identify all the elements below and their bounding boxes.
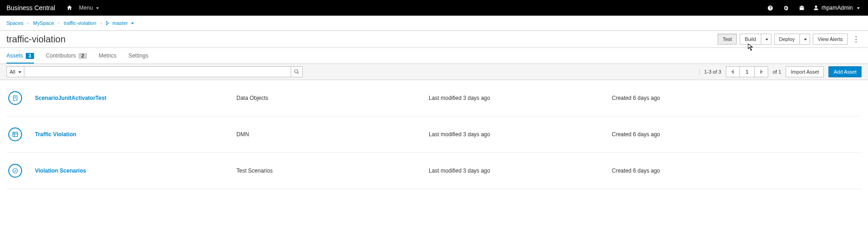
asset-created: Created 6 days ago [612,168,862,174]
asset-type: DMN [236,131,420,138]
brand[interactable]: Business Central [6,4,55,12]
breadcrumb-myspace[interactable]: MySpace [33,20,54,26]
page-actions: Test Build Deploy View Alerts ⋮ [718,34,862,45]
chevron-left-icon [731,69,735,74]
asset-row[interactable]: ScenarioJunitActivatorTest Data Objects … [6,80,862,116]
chevron-down-icon [95,5,99,11]
asset-filter-row: All 1-3 of 3 of 1 Import Asset Add Asset [0,64,868,80]
home-icon[interactable] [63,0,75,16]
asset-row[interactable]: Traffic Violation DMN Last modified 3 da… [6,116,862,153]
chevron-down-icon [130,20,134,26]
asset-type: Test Scenarios [236,168,420,174]
svg-point-2 [13,168,18,174]
asset-list: ScenarioJunitActivatorTest Data Objects … [0,80,868,194]
topbar: Business Central Menu rhpamAdmin [0,0,868,16]
kebab-menu-icon[interactable]: ⋮ [851,35,862,44]
pager-of-text: of 1 [773,69,781,75]
result-count: 1-3 of 3 [699,69,721,75]
briefcase-icon[interactable] [796,0,808,16]
chevron-down-icon [803,36,807,42]
user-menu[interactable]: rhpamAdmin [811,5,862,11]
deploy-dropdown-button[interactable] [799,34,810,45]
tab-metrics[interactable]: Metrics [99,48,117,64]
deploy-button[interactable]: Deploy [774,34,799,45]
menu-label: Menu [79,5,93,11]
data-object-icon [8,91,22,105]
asset-type-dropdown[interactable]: All [6,66,24,77]
test-button[interactable]: Test [718,34,737,45]
user-name: rhpamAdmin [822,5,853,11]
breadcrumb-sep: » [58,21,60,25]
chevron-down-icon [17,69,21,75]
asset-type: Data Objects [236,95,420,101]
pager-prev-button[interactable] [726,66,740,77]
asset-created: Created 6 days ago [612,131,862,138]
tab-assets-badge: 3 [26,53,34,59]
tab-settings-label: Settings [128,52,148,59]
breadcrumb-project[interactable]: traffic-violation [64,20,97,26]
asset-created: Created 6 days ago [612,95,862,101]
branch-selector[interactable]: master [106,20,134,26]
pager-page-input[interactable] [739,66,755,77]
tab-assets[interactable]: Assets 3 [6,48,34,64]
filter-right: 1-3 of 3 of 1 Import Asset Add Asset [699,66,862,77]
breadcrumb: Spaces » MySpace » traffic-violation » m… [0,16,868,31]
view-alerts-button[interactable]: View Alerts [813,34,848,45]
user-icon [813,5,819,11]
search-input[interactable] [24,66,291,77]
asset-name-link[interactable]: ScenarioJunitActivatorTest [35,95,106,101]
tab-assets-label: Assets [6,52,23,59]
breadcrumb-spaces[interactable]: Spaces [6,20,23,26]
import-asset-button[interactable]: Import Asset [786,66,824,77]
breadcrumb-sep: » [27,21,29,25]
page-title: traffic-violation [6,34,66,45]
asset-name-link[interactable]: Violation Scenarios [35,168,86,174]
tab-metrics-label: Metrics [99,52,117,59]
chevron-down-icon [856,5,860,11]
topbar-right: rhpamAdmin [765,0,862,16]
search-icon [294,69,299,75]
asset-type-value: All [10,69,15,75]
test-scenario-icon [8,164,22,178]
page-header: traffic-violation Test Build Deploy View… [0,31,868,48]
add-asset-button[interactable]: Add Asset [828,66,862,77]
chevron-right-icon [759,69,763,74]
svg-rect-1 [13,132,18,136]
help-icon[interactable] [765,0,776,16]
menu-dropdown[interactable]: Menu [75,0,103,16]
deploy-button-group: Deploy [774,34,810,45]
dmn-icon [8,127,22,141]
build-dropdown-button[interactable] [761,34,771,45]
gear-icon[interactable] [780,0,792,16]
tab-contributors-badge: 2 [79,53,87,59]
breadcrumb-sep: » [100,21,102,25]
tab-contributors-label: Contributors [46,52,76,59]
chevron-down-icon [764,36,768,42]
build-button[interactable]: Build [740,34,760,45]
branch-name: master [112,20,128,26]
asset-name-link[interactable]: Traffic Violation [35,131,76,138]
asset-modified: Last modified 3 days ago [429,95,604,101]
tab-contributors[interactable]: Contributors 2 [46,48,87,64]
filter-left: All [6,66,303,77]
search-button[interactable] [291,66,303,77]
asset-row[interactable]: Violation Scenarios Test Scenarios Last … [6,153,862,189]
pager-next-button[interactable] [754,66,768,77]
asset-modified: Last modified 3 days ago [429,168,604,174]
pager [726,66,768,77]
tab-settings[interactable]: Settings [128,48,148,64]
project-tabs: Assets 3 Contributors 2 Metrics Settings [0,48,868,64]
branch-icon [106,20,110,26]
asset-modified: Last modified 3 days ago [429,131,604,138]
build-button-group: Build [740,34,771,45]
